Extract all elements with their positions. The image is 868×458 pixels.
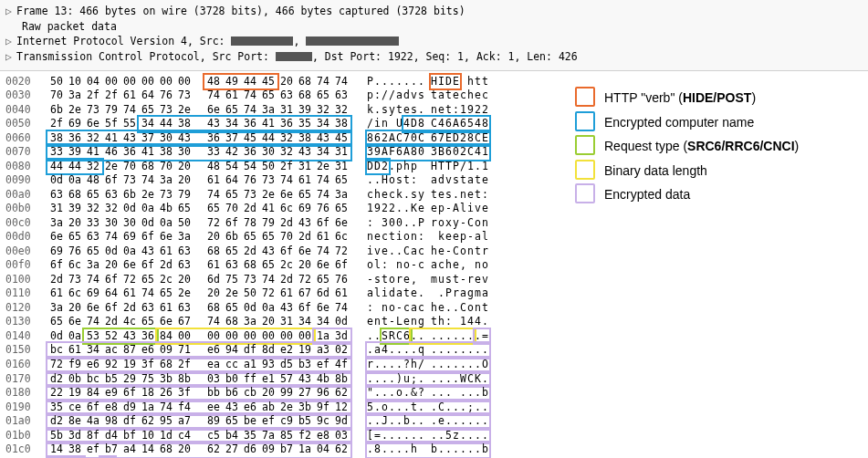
hex-offset: 00a0 — [5, 188, 44, 203]
ip-row[interactable]: ▷Internet Protocol Version 4, Src: , — [5, 34, 863, 49]
hex-row[interactable]: 01002d73746f72652c206d7573742d726576-sto… — [5, 273, 863, 287]
hex-ascii: ive..Cache-Contr — [367, 245, 489, 259]
hex-bytes: 2d73746f72652c206d7573742d726576 — [47, 273, 350, 287]
hex-ascii: nection: keep-al — [367, 230, 489, 245]
hex-row[interactable]: 01c01438efb7a41468206227d609b71a0462.8..… — [5, 442, 863, 457]
hex-offset: 0020 — [5, 75, 44, 89]
hex-offset: 0070 — [5, 145, 44, 160]
hex-offset: 01c0 — [5, 442, 44, 457]
legend-encdata: Encrypted data — [575, 182, 799, 207]
hex-offset: 0190 — [5, 401, 44, 415]
swatch-orange-icon — [575, 87, 595, 107]
raw-packet-row[interactable]: Raw packet data — [5, 19, 863, 35]
expand-triangle-icon[interactable]: ▷ — [5, 49, 15, 65]
hex-offset: 0170 — [5, 372, 44, 387]
tcp-row[interactable]: ▷Transmission Control Protocol, Src Port… — [5, 49, 863, 65]
hex-ascii: ol: no-cache, no — [367, 258, 489, 273]
hex-offset: 0030 — [5, 88, 44, 103]
hex-ascii: -store, must-rev — [367, 273, 489, 287]
redacted-src-port — [276, 52, 312, 61]
hex-offset: 0050 — [5, 117, 44, 131]
hex-bytes: 0d0a486f73743a206164767374617465 — [47, 173, 350, 188]
legend-verb: HTTP "verb" (HIDE/POST) — [575, 86, 799, 110]
swatch-blue-icon — [575, 111, 595, 131]
hex-ascii: DD2.php HTTP/1.1 — [367, 160, 489, 174]
hex-row[interactable]: 00e06976650d0a43616368652d436f6e7472ive.… — [5, 245, 863, 259]
redacted-src-ip — [231, 36, 293, 46]
hex-offset: 0060 — [5, 131, 44, 146]
hex-ascii: ..Host: advstate — [367, 173, 489, 188]
hex-bytes: 616c69646174652e202e507261676d61 — [47, 286, 350, 301]
hex-offset: 0110 — [5, 286, 44, 301]
hex-bytes: 636865636b2e73797465732e6e65743a — [47, 188, 350, 203]
hex-offset: 00d0 — [5, 230, 44, 245]
hex-offset: 00b0 — [5, 202, 44, 216]
expand-triangle-icon[interactable]: ▷ — [5, 34, 15, 49]
hex-row[interactable]: 00c03a203330300d0a50726f78792d436f6e: 30… — [5, 216, 863, 231]
hex-bytes: 4444322e70687020485454502f312e31 — [47, 160, 350, 174]
hex-ascii: .8....h b......b — [367, 442, 489, 457]
hex-offset: 00f0 — [5, 258, 44, 273]
expand-triangle-icon[interactable]: ▷ — [5, 4, 15, 19]
hex-offset: 0120 — [5, 301, 44, 316]
hex-offset: 0040 — [5, 103, 44, 118]
hex-row[interactable]: 00f06f6c3a206e6f2d63616368652c206e6fol: … — [5, 258, 863, 273]
hex-ascii: p://advstatechec — [367, 88, 489, 103]
legend: HTTP "verb" (HIDE/POST) Encrypted comput… — [575, 86, 799, 207]
hex-offset: 0130 — [5, 315, 44, 329]
hex-ascii: alidate. .Pragma — [367, 286, 489, 301]
hex-offset: 0180 — [5, 386, 44, 401]
swatch-purple-icon — [575, 183, 595, 203]
legend-reqtype: Request type (SRC6/RRC6/CNCI) — [575, 134, 799, 159]
hex-ascii: : 300..Proxy-Con — [367, 216, 489, 231]
hex-bytes: 313932320d0a4b6565702d416c697665 — [47, 202, 350, 216]
hex-offset: 01b0 — [5, 429, 44, 443]
hex-bytes: 3a206e6f2d63616368650d0a436f6e74 — [47, 301, 350, 316]
hex-offset: 00c0 — [5, 216, 44, 231]
hex-bytes: 1438efb7a41468206227d609b71a0462 — [47, 442, 350, 457]
frame-summary-row[interactable]: ▷Frame 13: 466 bytes on wire (3728 bits)… — [5, 4, 863, 19]
hex-ascii: : no-cache..Cont — [367, 301, 489, 316]
hex-offset: 0140 — [5, 329, 44, 344]
hex-bytes: 6976650d0a43616368652d436f6e7472 — [47, 245, 350, 259]
hex-offset: 0090 — [5, 173, 44, 188]
hex-row[interactable]: 0110616c69646174652e202e507261676d61alid… — [5, 286, 863, 301]
hex-offset: 0100 — [5, 273, 44, 287]
hex-offset: 0150 — [5, 343, 44, 358]
legend-compname: Encrypted computer name — [575, 110, 799, 135]
hex-bytes: 50100400000000004849444520687474 — [47, 75, 350, 89]
redacted-dst-ip — [306, 36, 399, 46]
hex-offset: 01a0 — [5, 414, 44, 429]
hex-row[interactable]: 00d06e656374696f6e3a206b6565702d616cnect… — [5, 230, 863, 245]
swatch-yellow-icon — [575, 160, 595, 180]
hex-offset: 0160 — [5, 358, 44, 372]
hex-offset: 00e0 — [5, 245, 44, 259]
hex-bytes: 703a2f2f616476737461746563686563 — [47, 88, 350, 103]
hex-offset: 0080 — [5, 160, 44, 174]
legend-binlen: Binary data length — [575, 159, 799, 183]
packet-details: ▷Frame 13: 466 bytes on wire (3728 bits)… — [0, 0, 868, 71]
swatch-green-icon — [575, 135, 595, 155]
hex-ascii: P.......HIDE htt — [367, 75, 489, 89]
hex-ascii: 1922..Keep-Alive — [367, 202, 489, 216]
hex-bytes: 6f6c3a206e6f2d63616368652c206e6f — [47, 258, 350, 273]
hex-ascii: check.sytes.net: — [367, 188, 489, 203]
hex-row[interactable]: 01203a206e6f2d63616368650d0a436f6e74: no… — [5, 301, 863, 316]
hex-bytes: 3a203330300d0a50726f78792d436f6e — [47, 216, 350, 231]
hex-bytes: 6e656374696f6e3a206b6565702d616c — [47, 230, 350, 245]
